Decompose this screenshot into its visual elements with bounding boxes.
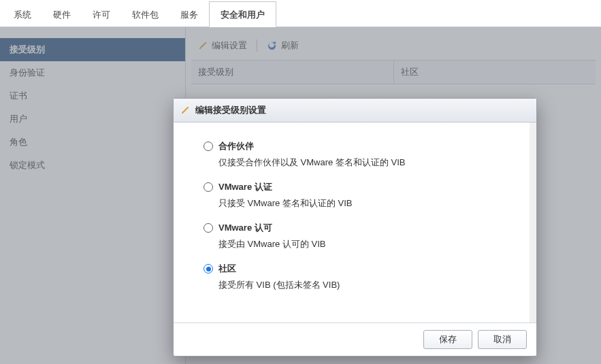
dialog-footer: 保存 取消 bbox=[174, 322, 536, 356]
tab-security-users[interactable]: 安全和用户 bbox=[209, 1, 276, 27]
tab-services[interactable]: 服务 bbox=[169, 2, 209, 27]
tab-hardware[interactable]: 硬件 bbox=[42, 2, 82, 27]
tab-packages[interactable]: 软件包 bbox=[121, 2, 169, 27]
radio-icon bbox=[204, 223, 213, 233]
radio-icon bbox=[204, 182, 213, 192]
option-partner-label: 合作伙伴 bbox=[218, 140, 254, 152]
edit-acceptance-dialog: 编辑接受级别设置 合作伙伴 仅接受合作伙伴以及 VMware 签名和认证的 VI… bbox=[173, 98, 537, 357]
dialog-header: 编辑接受级别设置 bbox=[174, 99, 536, 122]
pencil-icon bbox=[180, 105, 190, 115]
option-vmware-certified-label: VMware 认证 bbox=[218, 181, 272, 193]
save-button[interactable]: 保存 bbox=[423, 330, 472, 349]
dialog-body: 合作伙伴 仅接受合作伙伴以及 VMware 签名和认证的 VIB VMware … bbox=[174, 122, 536, 322]
tab-bar: 系统 硬件 许可 软件包 服务 安全和用户 bbox=[0, 0, 601, 27]
option-vmware-certified-desc: 只接受 VMware 签名和认证的 VIB bbox=[218, 197, 508, 210]
option-vmware-accepted-desc: 接受由 VMware 认可的 VIB bbox=[218, 238, 508, 250]
option-vmware-accepted[interactable]: VMware 认可 bbox=[204, 222, 508, 234]
option-partner-desc: 仅接受合作伙伴以及 VMware 签名和认证的 VIB bbox=[218, 156, 508, 169]
option-community[interactable]: 社区 bbox=[204, 263, 508, 275]
option-community-desc: 接受所有 VIB (包括未签名 VIB) bbox=[218, 279, 508, 291]
option-community-label: 社区 bbox=[218, 263, 236, 275]
radio-icon bbox=[204, 142, 213, 151]
option-partner[interactable]: 合作伙伴 bbox=[204, 140, 508, 152]
tab-system[interactable]: 系统 bbox=[3, 2, 42, 27]
radio-icon bbox=[204, 264, 213, 274]
tab-licensing[interactable]: 许可 bbox=[82, 2, 121, 27]
cancel-button[interactable]: 取消 bbox=[478, 330, 527, 349]
option-vmware-certified[interactable]: VMware 认证 bbox=[204, 181, 508, 193]
option-vmware-accepted-label: VMware 认可 bbox=[218, 222, 272, 234]
dialog-title: 编辑接受级别设置 bbox=[195, 104, 266, 116]
